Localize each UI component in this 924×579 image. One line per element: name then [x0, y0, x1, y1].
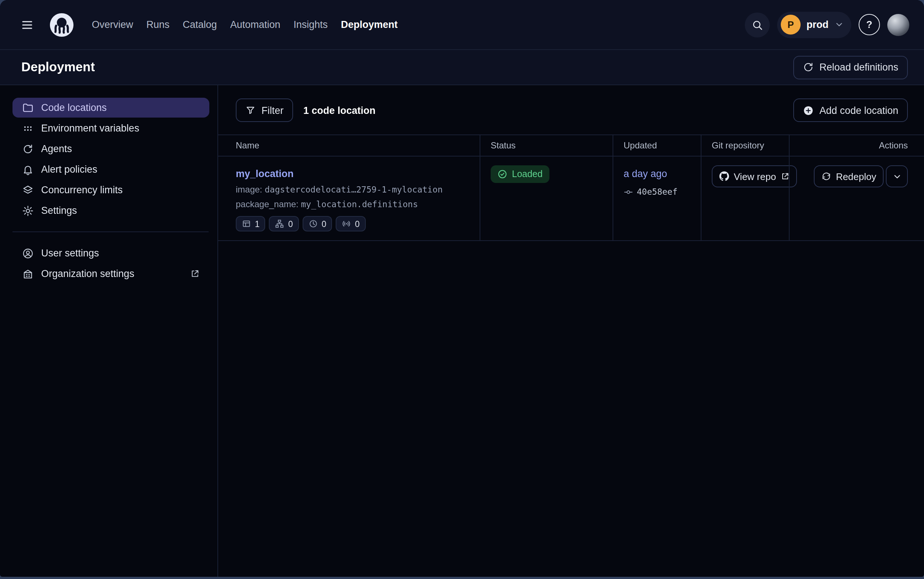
primary-nav: Overview Runs Catalog Automation Insight… [85, 13, 404, 36]
package-label: package_name: [236, 199, 299, 209]
bell-icon [22, 164, 34, 175]
commit-icon [624, 187, 633, 196]
clock-icon [309, 219, 318, 229]
external-link-icon [190, 269, 200, 278]
add-code-location-label: Add code location [820, 105, 898, 116]
table-row: my_location image: dagstercodelocati…275… [218, 157, 924, 241]
table-header: Name Status Updated Git repository Actio… [218, 134, 924, 157]
column-header-status: Status [480, 135, 612, 156]
toolbar: Filter 1 code location Add code location [218, 85, 924, 122]
sidebar-item-label: Alert policies [41, 164, 97, 175]
asset-groups-count-badge: 0 [269, 216, 299, 231]
nav-link-automation[interactable]: Automation [224, 13, 287, 36]
agents-icon [22, 143, 34, 155]
sidebar-item-organization-settings[interactable]: Organization settings [13, 264, 209, 284]
content: Code locations Environment variables Age… [0, 85, 924, 577]
git-repository-cell: View repo [701, 157, 789, 240]
column-header-name: Name [218, 135, 480, 156]
sidebar-item-label: Concurrency limits [41, 185, 122, 195]
nav-link-overview[interactable]: Overview [85, 13, 140, 36]
graph-icon [275, 219, 285, 229]
sidebar-item-label: Environment variables [41, 123, 139, 134]
deployment-switcher[interactable]: P prod [777, 11, 851, 38]
github-icon [719, 171, 729, 182]
reload-icon [802, 62, 813, 73]
sidebar-item-label: Settings [41, 205, 77, 216]
sidebar-item-label: Organization settings [41, 268, 134, 279]
redeploy-button[interactable]: Redeploy [814, 165, 883, 187]
sidebar-item-label: Agents [41, 143, 72, 154]
jobs-count-badge: 1 [236, 216, 266, 231]
sidebar-item-agents[interactable]: Agents [13, 139, 209, 159]
package-value: my_location.definitions [301, 199, 418, 209]
image-meta-line: image: dagstercodelocati…2759-1-mylocati… [236, 185, 469, 195]
sidebar-item-environment-variables[interactable]: Environment variables [13, 118, 209, 138]
person-circle-icon [22, 247, 34, 259]
deployment-name: prod [806, 19, 829, 30]
asset-groups-count: 0 [288, 219, 293, 228]
hamburger-menu-button[interactable] [15, 12, 40, 37]
jobs-icon [242, 219, 251, 229]
help-button[interactable]: ? [859, 14, 880, 35]
search-button[interactable] [745, 12, 770, 37]
filter-icon [245, 105, 256, 115]
updated-cell: a day ago 40e58eef [612, 157, 701, 240]
package-meta-line: package_name: my_location.definitions [236, 199, 469, 209]
external-link-icon [780, 172, 789, 181]
add-code-location-button[interactable]: Add code location [793, 98, 908, 122]
dagster-logo[interactable] [49, 12, 74, 37]
check-circle-icon [497, 169, 508, 179]
sync-icon [821, 171, 831, 182]
view-repo-button[interactable]: View repo [712, 165, 797, 187]
actions-cell: Redeploy [789, 157, 924, 240]
filter-button[interactable]: Filter [236, 98, 293, 122]
nav-link-catalog[interactable]: Catalog [176, 13, 224, 36]
name-cell: my_location image: dagstercodelocati…275… [218, 157, 480, 240]
environment-variables-icon [22, 122, 34, 134]
reload-definitions-button[interactable]: Reload definitions [793, 56, 908, 79]
search-icon [751, 19, 763, 31]
redeploy-label: Redeploy [836, 171, 876, 182]
schedules-count: 0 [322, 219, 327, 228]
schedules-count-badge: 0 [303, 216, 332, 231]
sidebar-item-label: Code locations [41, 102, 107, 113]
sidebar-item-user-settings[interactable]: User settings [13, 243, 209, 263]
sidebar-divider [13, 231, 209, 232]
sidebar-item-alert-policies[interactable]: Alert policies [13, 159, 209, 179]
column-header-updated: Updated [612, 135, 701, 156]
column-header-actions: Actions [789, 135, 924, 156]
view-repo-label: View repo [734, 171, 776, 182]
chevron-down-icon [892, 172, 901, 181]
image-label: image: [236, 185, 262, 195]
updated-time-link[interactable]: a day ago [624, 168, 667, 179]
deployment-avatar: P [781, 15, 801, 34]
code-locations-table: Name Status Updated Git repository Actio… [218, 134, 924, 241]
gear-icon [22, 204, 34, 216]
nav-link-runs[interactable]: Runs [140, 13, 176, 36]
sensors-count: 0 [355, 219, 359, 228]
redeploy-menu-button[interactable] [886, 165, 908, 187]
sidebar-item-settings[interactable]: Settings [13, 201, 209, 221]
layers-icon [22, 184, 34, 196]
top-nav-right: P prod ? [745, 11, 909, 38]
nav-link-deployment[interactable]: Deployment [334, 13, 404, 36]
plus-circle-icon [802, 105, 813, 116]
folder-icon [22, 102, 34, 113]
building-icon [22, 268, 34, 280]
user-avatar[interactable] [887, 13, 909, 36]
status-cell: Loaded [480, 157, 612, 240]
chevron-down-icon [834, 20, 844, 29]
reload-definitions-label: Reload definitions [820, 62, 898, 73]
status-label: Loaded [512, 169, 542, 179]
code-location-count: 1 code location [304, 105, 376, 116]
count-badges: 1 0 [236, 216, 469, 231]
top-nav: Overview Runs Catalog Automation Insight… [0, 0, 924, 50]
status-badge: Loaded [491, 165, 549, 183]
page-title: Deployment [21, 59, 95, 75]
sidebar: Code locations Environment variables Age… [0, 85, 218, 577]
sidebar-item-concurrency-limits[interactable]: Concurrency limits [13, 180, 209, 200]
nav-link-insights[interactable]: Insights [287, 13, 334, 36]
code-location-name-link[interactable]: my_location [236, 168, 294, 179]
sensors-count-badge: 0 [336, 216, 366, 231]
sidebar-item-code-locations[interactable]: Code locations [13, 98, 209, 118]
